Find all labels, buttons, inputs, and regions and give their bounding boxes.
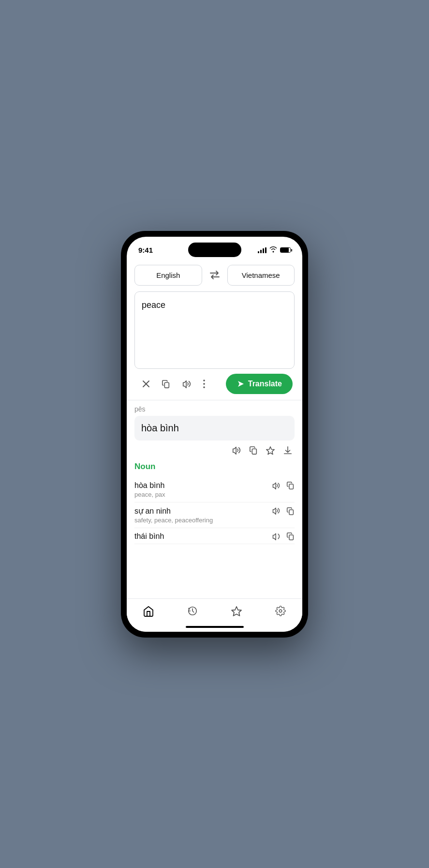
dynamic-island [188, 243, 241, 257]
more-options-button[interactable] [197, 376, 211, 392]
speak-translation-button[interactable] [232, 446, 241, 455]
input-area[interactable]: peace [134, 291, 295, 369]
dict-word-1: hòa bình [134, 481, 164, 490]
nav-favorites[interactable] [221, 604, 252, 618]
home-indicator [127, 622, 302, 632]
input-actions: Translate [134, 374, 295, 394]
copy-entry-2-button[interactable] [286, 507, 295, 515]
copy-entry-1-button[interactable] [286, 481, 295, 489]
battery-icon [280, 247, 291, 253]
status-time: 9:41 [138, 246, 153, 254]
copy-entry-3-button[interactable] [286, 532, 295, 540]
dict-sub-2: safety, peace, peaceoffering [134, 517, 295, 524]
dict-entry-2: sự an ninh [134, 503, 295, 528]
svg-marker-6 [238, 381, 244, 387]
dict-word-2: sự an ninh [134, 506, 171, 516]
translation-actions [134, 445, 295, 455]
svg-rect-11 [289, 484, 294, 489]
svg-rect-2 [164, 382, 169, 388]
svg-point-4 [203, 383, 205, 385]
svg-rect-12 [289, 509, 294, 514]
translate-button[interactable]: Translate [226, 374, 293, 394]
dict-entry-3: thái bình [134, 528, 295, 544]
section-divider [127, 400, 302, 400]
source-language-button[interactable]: English [134, 265, 202, 286]
svg-rect-7 [252, 449, 256, 454]
dict-icons-3 [272, 532, 295, 540]
nav-settings[interactable] [265, 604, 296, 618]
swap-languages-button[interactable] [206, 266, 223, 284]
main-content: English Vietnamese peace [127, 261, 302, 598]
phonetic-text: pēs [134, 405, 295, 413]
dictionary-section: Noun hòa bình [134, 462, 295, 544]
svg-marker-15 [232, 607, 241, 616]
clear-button[interactable] [136, 376, 156, 392]
dict-icons-1 [272, 481, 295, 489]
svg-point-16 [279, 609, 282, 612]
dict-entry-1: hòa bình [134, 477, 295, 503]
bottom-navigation [127, 598, 302, 622]
dict-icons-2 [272, 507, 295, 515]
speak-entry-2-button[interactable] [272, 507, 281, 515]
copy-input-button[interactable] [156, 376, 176, 392]
speak-input-button[interactable] [176, 376, 197, 392]
status-icons [258, 246, 291, 254]
nav-home[interactable] [133, 604, 164, 618]
language-selector: English Vietnamese [134, 265, 295, 286]
dict-sub-1: peace, pax [134, 491, 295, 498]
svg-rect-13 [289, 535, 294, 540]
copy-translation-button[interactable] [249, 446, 258, 455]
favorite-button[interactable] [266, 446, 275, 455]
speak-entry-3-button[interactable] [272, 532, 281, 540]
download-button[interactable] [283, 445, 293, 455]
svg-point-5 [203, 386, 205, 388]
input-text: peace [142, 299, 287, 312]
signal-icon [258, 247, 266, 253]
svg-point-3 [203, 380, 205, 381]
svg-marker-8 [266, 446, 274, 454]
translation-result: hòa bình [134, 416, 295, 441]
nav-history[interactable] [177, 604, 208, 618]
part-of-speech: Noun [134, 462, 295, 472]
speak-entry-1-button[interactable] [272, 481, 281, 489]
dict-word-3: thái bình [134, 532, 164, 541]
wifi-icon [269, 246, 277, 254]
target-language-button[interactable]: Vietnamese [227, 265, 295, 286]
